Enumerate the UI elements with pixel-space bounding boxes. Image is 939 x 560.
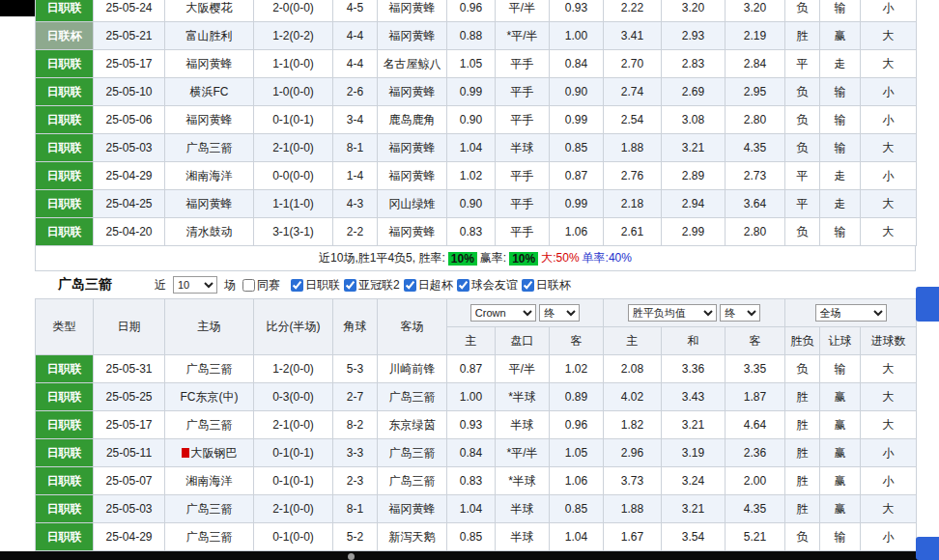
home-team[interactable]: 广岛三箭	[165, 495, 254, 523]
league-cell: 日职联	[36, 134, 94, 162]
away-team[interactable]: 东京绿茵	[378, 411, 447, 439]
league-cell: 日职联	[36, 495, 94, 523]
league-filter-checkbox-input[interactable]	[291, 279, 303, 292]
floating-widget-top[interactable]	[916, 287, 939, 322]
scope-select[interactable]: 全场	[815, 304, 887, 322]
league-filter-checkbox-input[interactable]	[522, 279, 534, 292]
home-team[interactable]: 福冈黄蜂	[165, 50, 254, 78]
match-score[interactable]: 1-0(0-0)	[254, 78, 333, 106]
home-team[interactable]: 广岛三箭	[165, 523, 254, 551]
corners: 3-3	[333, 439, 378, 467]
asia-handicap: 半球	[496, 134, 550, 162]
match-date: 25-05-07	[94, 467, 165, 495]
floating-widget-bottom[interactable]	[916, 537, 939, 560]
away-team[interactable]: 广岛三箭	[378, 467, 447, 495]
result: 负	[785, 134, 820, 162]
same-host-checkbox[interactable]: 同赛	[242, 277, 280, 294]
asia-final-select[interactable]: 终	[539, 304, 580, 322]
match-score[interactable]: 0-1(0-1)	[254, 106, 333, 134]
match-date: 25-05-31	[94, 355, 165, 383]
league-filter-checkbox-input[interactable]	[344, 279, 356, 292]
euro-avg-select[interactable]: 胜平负均值	[628, 304, 717, 322]
away-team[interactable]: 福冈黄蜂	[378, 22, 447, 50]
home-team[interactable]: 大阪樱花	[165, 0, 254, 22]
home-team[interactable]: 广岛三箭	[165, 355, 254, 383]
match-score[interactable]: 0-0(0-0)	[254, 162, 333, 190]
match-score[interactable]: 0-3(0-0)	[254, 383, 333, 411]
euro-away-odds: 3.35	[726, 355, 785, 383]
corners: 4-3	[333, 190, 378, 218]
handicap-result: 输	[820, 523, 861, 551]
league-filter-checkbox[interactable]: 亚冠联2	[344, 277, 400, 294]
match-score[interactable]: 1-1(0-0)	[254, 50, 333, 78]
away-team[interactable]: 鹿岛鹿角	[378, 106, 447, 134]
away-team[interactable]: 川崎前锋	[378, 355, 447, 383]
match-score[interactable]: 0-1(0-0)	[254, 523, 333, 551]
home-team[interactable]: 福冈黄蜂	[165, 190, 254, 218]
away-team[interactable]: 福冈黄蜂	[378, 218, 447, 246]
away-team[interactable]: 名古屋鲸八	[378, 50, 447, 78]
asia-away-odds: 1.06	[550, 467, 604, 495]
goals-total: 大	[861, 218, 917, 246]
handicap-result: 输	[820, 134, 861, 162]
match-score[interactable]: 3-1(3-1)	[254, 218, 333, 246]
euro-final-select[interactable]: 终	[720, 304, 760, 322]
asia-away-odds: 1.00	[550, 22, 604, 50]
away-team[interactable]: 广岛三箭	[378, 383, 447, 411]
away-team[interactable]: 广岛三箭	[378, 439, 447, 467]
corners: 3-4	[333, 106, 378, 134]
match-date: 25-05-25	[94, 383, 165, 411]
match-score[interactable]: 1-2(0-2)	[254, 22, 333, 50]
league-filter-checkbox-input[interactable]	[457, 279, 470, 292]
league-filter-checkbox-input[interactable]	[404, 279, 416, 292]
away-team[interactable]: 福冈黄蜂	[378, 495, 447, 523]
home-team[interactable]: 横浜FC	[165, 78, 254, 106]
away-team[interactable]: 新泻天鹅	[378, 523, 447, 551]
league-filter-checkbox[interactable]: 日超杯	[404, 277, 453, 294]
match-score[interactable]: 2-1(0-0)	[254, 495, 333, 523]
home-team[interactable]: 清水鼓动	[165, 218, 254, 246]
result: 负	[785, 523, 820, 551]
recent-count-select[interactable]: 10	[173, 276, 217, 294]
away-team[interactable]: 福冈黄蜂	[378, 78, 447, 106]
asia-home-odds: 0.84	[447, 439, 496, 467]
match-score[interactable]: 2-1(0-0)	[254, 134, 333, 162]
league-filter-checkbox[interactable]: 日职联	[291, 277, 340, 294]
league-filter-checkbox[interactable]: 日联杯	[522, 277, 571, 294]
col-asia-away: 客	[550, 327, 604, 355]
goals-total: 大	[861, 134, 917, 162]
match-score[interactable]: 1-1(1-0)	[254, 190, 333, 218]
home-team[interactable]: 富山胜利	[165, 22, 254, 50]
home-team[interactable]: 大阪钢巴	[165, 439, 254, 467]
match-score[interactable]: 2-1(0-0)	[254, 411, 333, 439]
league-filter-checkbox[interactable]: 球会友谊	[457, 277, 518, 294]
match-score[interactable]: 0-1(0-1)	[254, 467, 333, 495]
home-team[interactable]: 广岛三箭	[165, 411, 254, 439]
asia-away-odds: 0.96	[550, 411, 604, 439]
away-team[interactable]: 福冈黄蜂	[378, 162, 447, 190]
league-cell: 日职联	[36, 218, 94, 246]
result: 胜	[785, 22, 820, 50]
asia-away-odds: 0.89	[550, 383, 604, 411]
match-date: 25-05-06	[94, 106, 165, 134]
home-team[interactable]: FC东京(中)	[165, 383, 254, 411]
home-team[interactable]: 湘南海洋	[165, 162, 254, 190]
match-score[interactable]: 0-1(0-1)	[254, 439, 333, 467]
match-score[interactable]: 2-0(0-0)	[254, 0, 333, 22]
same-host-checkbox-input[interactable]	[242, 279, 255, 292]
asia-odds-group: Crown 终	[447, 299, 604, 327]
match-date: 25-05-10	[94, 78, 165, 106]
home-team[interactable]: 广岛三箭	[165, 134, 254, 162]
home-team[interactable]: 湘南海洋	[165, 467, 254, 495]
away-team[interactable]: 冈山绿雉	[378, 190, 447, 218]
bookmaker-select[interactable]: Crown	[470, 304, 536, 322]
corners: 4-4	[333, 22, 378, 50]
euro-away-odds: 1.87	[726, 383, 785, 411]
euro-draw-odds: 3.43	[662, 383, 726, 411]
away-team[interactable]: 福冈黄蜂	[378, 0, 447, 22]
corners: 1-4	[333, 162, 378, 190]
home-team[interactable]: 福冈黄蜂	[165, 106, 254, 134]
away-team[interactable]: 福冈黄蜂	[378, 134, 447, 162]
scope-group: 全场	[785, 299, 917, 327]
match-score[interactable]: 1-2(0-0)	[254, 355, 333, 383]
